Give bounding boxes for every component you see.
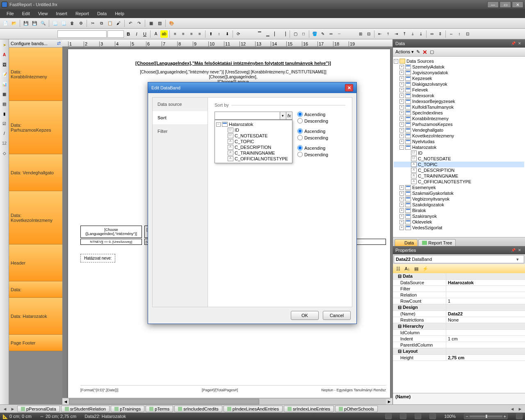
tabs-scroll-right-icon[interactable]: ► <box>517 406 523 411</box>
deletepage-icon[interactable]: 🗑 <box>68 20 76 27</box>
same-size-icon[interactable]: ⊡ <box>464 30 471 38</box>
cell-icon[interactable]: 12 <box>1 139 8 147</box>
menu-report[interactable]: Report <box>71 10 93 17</box>
save-icon[interactable]: 💾 <box>22 20 30 27</box>
panel-pin-icon[interactable]: 📌 <box>510 41 516 46</box>
zoom-fit-icon[interactable] <box>516 413 523 419</box>
highlight-icon[interactable]: ab <box>160 30 168 38</box>
band-vendeghallgato[interactable]: Data: Vendeghallgato <box>9 154 62 191</box>
sort1-asc-radio[interactable]: Ascending <box>297 112 328 117</box>
tree-root[interactable]: −Data Sources <box>394 58 524 64</box>
sort-field-1-fx-icon[interactable]: fx <box>286 112 292 120</box>
tab-data[interactable]: Data <box>395 239 418 246</box>
border-bottom-icon[interactable]: ▁ <box>264 30 272 38</box>
underline-icon[interactable]: U <box>141 30 148 38</box>
text-object[interactable]: Hatázοat neve: <box>80 254 115 262</box>
actions-dropdown[interactable]: Actions ▾ <box>395 49 414 55</box>
saveall-icon[interactable]: 💾 <box>31 20 38 27</box>
align-left-icon[interactable]: ≡ <box>171 30 179 38</box>
prop-row[interactable]: RowCount1 <box>393 298 525 304</box>
band-kovetkezointezmeny[interactable]: Data: KovetkezoIntezmeny <box>9 191 62 244</box>
alphabetical-icon[interactable]: A↓ <box>404 265 411 272</box>
prop-row[interactable]: DataSourceHatarozatok <box>393 280 525 286</box>
align-c-icon[interactable]: ⫯ <box>384 30 392 38</box>
space-v-icon[interactable]: ⇕ <box>436 30 444 38</box>
space-h-icon[interactable]: ⇔ <box>428 30 436 38</box>
tree-item[interactable]: +Diakigazolvanyok <box>394 81 524 87</box>
tree-item[interactable]: +Szakiranyok <box>394 213 524 219</box>
prop-row[interactable]: Filter <box>393 286 525 292</box>
dialog-nav-sort[interactable]: Sort <box>153 111 208 125</box>
tree-item-hatarozatok[interactable]: −Hatarozatok <box>394 144 524 150</box>
fontcolor-icon[interactable]: A <box>152 30 160 38</box>
panel-close-icon[interactable]: ✕ <box>517 247 523 253</box>
zoom-slider[interactable]: −+ <box>464 413 508 419</box>
align-tool1-icon[interactable]: ⊞ <box>357 30 364 38</box>
tree-field[interactable]: C_TRAININGNAME <box>394 173 524 179</box>
group-icon[interactable]: ▦ <box>147 20 155 27</box>
dropdown-field[interactable]: C_OFFICIALNOTESTYPE <box>216 156 291 162</box>
border-all-icon[interactable]: ▢ <box>292 30 299 38</box>
align-center-icon[interactable]: ≡ <box>180 30 187 38</box>
footer-center[interactable]: [Page#]/[TotalPages#] <box>202 388 238 392</box>
tree-field[interactable]: ID <box>394 150 524 156</box>
panel-pin-icon[interactable]: 📌 <box>510 247 516 253</box>
doc-tab[interactable]: srStudentRelation <box>61 406 110 412</box>
view-mode2-icon[interactable] <box>400 413 406 419</box>
sort3-asc-radio[interactable]: Ascending <box>297 145 328 151</box>
border-top-icon[interactable]: ▔ <box>256 30 263 38</box>
close-button[interactable]: ✕ <box>512 1 523 8</box>
band-data[interactable]: Data: <box>9 281 62 298</box>
align-r-icon[interactable]: ⇥ <box>393 30 400 38</box>
valign-bottom-icon[interactable]: ⬇ <box>224 30 231 38</box>
dropdown-field[interactable]: C_NOTESDATE <box>216 133 291 139</box>
tree-item[interactable]: +Esemenyek <box>394 185 524 190</box>
edit-icon[interactable]: ✎ <box>416 49 420 55</box>
tree-item[interactable]: +Oklevelek <box>394 219 524 225</box>
fillcolor-icon[interactable]: 🪣 <box>311 30 318 38</box>
sort2-asc-radio[interactable]: Ascending <box>297 128 328 134</box>
doc-tab[interactable]: pIndexLinesAndEntries <box>224 406 283 412</box>
copy-icon[interactable]: ⧉ <box>98 20 105 27</box>
align-tool2-icon[interactable]: ⊟ <box>365 30 372 38</box>
tree-item[interactable]: +SzakmaiGyakorlatok <box>394 190 524 196</box>
italic-icon[interactable]: I <box>133 30 140 38</box>
prop-row[interactable]: (Name)Data22 <box>393 311 525 317</box>
doc-tab[interactable]: srIncludedCredits <box>174 406 222 412</box>
property-grid[interactable]: ⊟ DataDataSourceHatarozatokFilterRelatio… <box>393 273 525 393</box>
dialog-cancel-button[interactable]: Cancel <box>323 311 351 320</box>
tabs-scroll-left-icon[interactable]: ◄ <box>509 406 516 411</box>
text-icon[interactable]: A <box>1 51 8 58</box>
menu-view[interactable]: View <box>34 10 52 17</box>
maximize-button[interactable]: ▭ <box>500 1 511 8</box>
prop-row[interactable]: RestrictionsNone <box>393 317 525 323</box>
border-right-icon[interactable]: ▕ <box>281 30 288 38</box>
delete-icon[interactable]: ✕ <box>422 49 427 55</box>
checkbox-icon[interactable]: ☑ <box>1 120 8 127</box>
report-text[interactable]: [Choose([LanguageIndex],"Intézmény neve:… <box>80 70 386 74</box>
panel-close-icon[interactable]: ✕ <box>517 41 523 46</box>
align-m-icon[interactable]: ⫰ <box>409 30 416 38</box>
prop-row[interactable]: IdColumn <box>393 330 525 336</box>
tree-item[interactable]: +KovetkezoIntezmeny <box>394 133 524 139</box>
barcode-icon[interactable]: ▮ <box>1 110 8 117</box>
tab-report-tree[interactable]: Report Tree <box>418 239 456 246</box>
dialog-ok-button[interactable]: OK <box>291 311 319 320</box>
prop-row[interactable]: ParentIdColumn <box>393 342 525 348</box>
format-icon[interactable]: 🖌 <box>115 20 122 27</box>
data-tree[interactable]: −Data Sources +SzemelyiAdatok+Jogviszony… <box>393 57 525 237</box>
minimize-button[interactable]: — <box>487 1 499 8</box>
font-size-select[interactable] <box>107 30 124 38</box>
tabs-prev-icon[interactable]: ◄ <box>2 406 8 411</box>
view-icon[interactable]: ▢ <box>430 49 434 55</box>
menu-insert[interactable]: Insert <box>52 10 71 17</box>
linecolor-icon[interactable]: ✎ <box>319 30 326 38</box>
align-b-icon[interactable]: ⤓ <box>417 30 425 38</box>
menu-help[interactable]: Help <box>111 10 128 17</box>
view-mode3-icon[interactable] <box>415 413 421 419</box>
tree-field[interactable]: C_TOPIC <box>394 162 524 167</box>
tree-item[interactable]: +Indexsorok <box>394 93 524 98</box>
categorized-icon[interactable]: ☷ <box>395 265 402 272</box>
view-mode4-icon[interactable] <box>429 413 436 419</box>
border-left-icon[interactable]: ▏ <box>272 30 280 38</box>
